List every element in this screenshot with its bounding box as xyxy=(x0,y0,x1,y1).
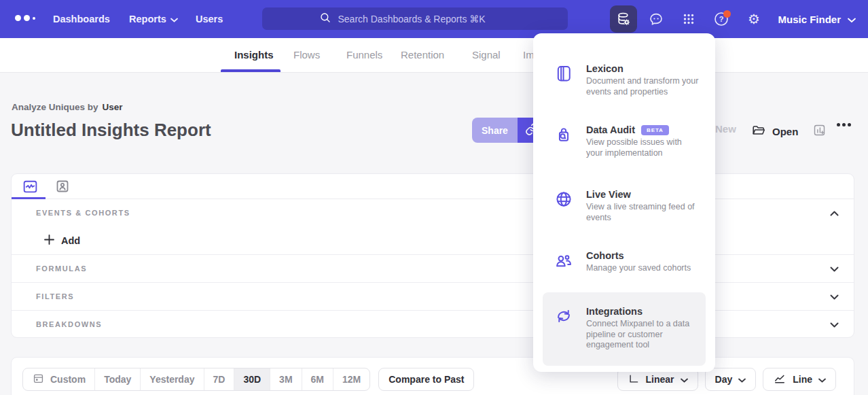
feedback-button[interactable] xyxy=(643,5,670,33)
report-subtitle: Analyze Uniques byUser xyxy=(12,102,123,112)
range-30d[interactable]: 30D xyxy=(234,368,270,390)
tab-funnels[interactable]: Funnels xyxy=(346,38,382,72)
add-event-button[interactable]: Add xyxy=(12,226,854,254)
project-selector[interactable]: Music Finder xyxy=(778,0,856,38)
nav-reports[interactable]: Reports xyxy=(129,0,178,38)
events-cohorts-section[interactable]: EVENTS & COHORTS xyxy=(12,199,854,226)
line-chart-icon xyxy=(773,372,786,388)
report-tabbar: Insights Flows Funnels Retention Signal … xyxy=(0,38,868,73)
data-management-button[interactable] xyxy=(610,5,637,33)
chevron-up-icon[interactable] xyxy=(830,207,839,219)
more-options-button[interactable] xyxy=(837,123,851,126)
chevron-down-icon[interactable] xyxy=(830,262,839,275)
data-audit-title: Data Audit xyxy=(586,124,635,135)
interval-selector[interactable]: Day xyxy=(705,368,757,391)
filters-section[interactable]: FILTERS xyxy=(12,282,854,310)
compare-label: Compare to Past xyxy=(388,374,464,385)
chevron-down-icon xyxy=(848,14,856,25)
breakdowns-section[interactable]: BREAKDOWNS xyxy=(12,310,854,338)
data-management-dropdown: Lexicon Document and transform your even… xyxy=(533,33,715,372)
scale-label: Linear xyxy=(646,374,674,385)
nav-users[interactable]: Users xyxy=(196,0,223,38)
settings-button[interactable]: ⚙ xyxy=(740,5,767,33)
chevron-down-icon[interactable] xyxy=(830,318,839,330)
range-today[interactable]: Today xyxy=(95,368,141,390)
add-to-board-button[interactable] xyxy=(812,123,827,139)
events-cohorts-label: EVENTS & COHORTS xyxy=(36,209,130,217)
top-nav: Dashboards Reports Users ? ⚙ Music Finde… xyxy=(0,0,868,38)
plus-icon xyxy=(44,235,54,247)
date-range-selector: Custom Today Yesterday 7D 30D 3M 6M 12M xyxy=(22,368,370,391)
live-view-description: View a live streaming feed of events xyxy=(586,202,699,223)
range-custom-label: Custom xyxy=(50,374,86,385)
notification-dot xyxy=(723,10,731,18)
cohorts-title: Cohorts xyxy=(586,250,624,261)
database-gear-icon xyxy=(615,11,632,27)
active-tab-underline xyxy=(221,69,281,72)
compare-to-past-button[interactable]: Compare to Past xyxy=(378,368,474,391)
chart-toolbar-card: Custom Today Yesterday 7D 30D 3M 6M 12M … xyxy=(11,357,854,395)
new-report-button[interactable]: New xyxy=(715,123,736,135)
global-search[interactable] xyxy=(262,7,568,30)
open-report-button[interactable]: Open xyxy=(751,123,798,140)
new-label: New xyxy=(715,123,736,135)
project-name-label: Music Finder xyxy=(778,14,841,25)
integrations-title: Integrations xyxy=(586,306,643,317)
profiles-tab[interactable] xyxy=(54,178,71,195)
nav-users-label: Users xyxy=(196,14,223,24)
events-tab[interactable] xyxy=(22,178,39,195)
chevron-down-icon xyxy=(738,374,746,385)
apps-grid-button[interactable] xyxy=(675,5,702,33)
range-7d[interactable]: 7D xyxy=(204,368,235,390)
chart-type-selector[interactable]: Line xyxy=(763,368,836,391)
board-add-icon xyxy=(812,123,827,139)
globe-icon xyxy=(554,190,573,223)
breakdowns-label: BREAKDOWNS xyxy=(36,320,102,328)
range-yesterday[interactable]: Yesterday xyxy=(141,368,204,390)
book-icon xyxy=(554,64,573,97)
range-3m[interactable]: 3M xyxy=(270,368,302,390)
help-button[interactable]: ? xyxy=(708,5,735,33)
chevron-down-icon[interactable] xyxy=(830,290,839,303)
tab-flows[interactable]: Flows xyxy=(293,38,320,72)
range-custom[interactable]: Custom xyxy=(23,368,95,390)
tab-retention[interactable]: Retention xyxy=(401,38,444,72)
nav-dashboards-label: Dashboards xyxy=(53,14,110,24)
formulas-section[interactable]: FORMULAS xyxy=(12,254,854,282)
nav-dashboards[interactable]: Dashboards xyxy=(53,0,110,38)
open-label: Open xyxy=(772,126,798,137)
subtitle-prefix: Analyze Uniques by xyxy=(12,102,98,112)
chevron-down-icon xyxy=(170,14,178,24)
integrations-description: Connect Mixpanel to a data pipeline or c… xyxy=(586,319,699,351)
range-6m-label: 6M xyxy=(311,374,324,385)
share-button[interactable]: Share xyxy=(472,118,518,143)
cohorts-description: Manage your saved cohorts xyxy=(586,263,691,274)
chevron-down-icon xyxy=(818,374,826,385)
subtitle-measure[interactable]: User xyxy=(103,102,123,112)
search-input[interactable] xyxy=(338,14,511,24)
calendar-icon xyxy=(32,372,45,387)
grid-icon xyxy=(681,12,696,27)
axes-icon xyxy=(628,373,640,387)
menu-item-live-view[interactable]: Live View View a live streaming feed of … xyxy=(543,184,706,228)
menu-item-lexicon[interactable]: Lexicon Document and transform your even… xyxy=(543,58,706,103)
report-title[interactable]: Untitled Insights Report xyxy=(11,120,211,141)
beta-badge: BETA xyxy=(641,125,669,135)
tab-insights[interactable]: Insights xyxy=(234,38,274,72)
range-6m[interactable]: 6M xyxy=(302,368,333,390)
builder-icon-tabs xyxy=(12,174,854,199)
lexicon-description: Document and transform your events and p… xyxy=(586,76,699,97)
lock-icon xyxy=(554,125,573,158)
menu-item-integrations[interactable]: Integrations Connect Mixpanel to a data … xyxy=(543,292,706,366)
menu-item-data-audit[interactable]: Data Audit BETA View possible issues wit… xyxy=(543,119,706,164)
tab-signal[interactable]: Signal xyxy=(472,38,501,72)
mixpanel-logo-icon[interactable] xyxy=(15,15,35,21)
formulas-label: FORMULAS xyxy=(36,264,87,273)
gear-icon: ⚙ xyxy=(748,12,760,26)
share-label: Share xyxy=(482,125,508,136)
menu-item-cohorts[interactable]: Cohorts Manage your saved cohorts xyxy=(543,245,706,279)
interval-label: Day xyxy=(715,374,733,385)
range-12m[interactable]: 12M xyxy=(333,368,369,390)
lexicon-title: Lexicon xyxy=(586,63,623,74)
chat-bubble-icon xyxy=(648,11,664,27)
